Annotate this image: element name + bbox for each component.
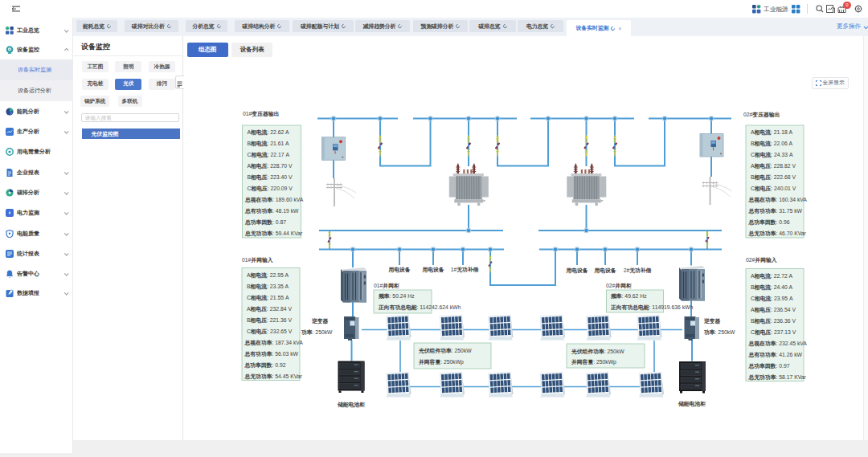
svg-text:C相电流: 21.55 A: C相电流: 21.55 A [247, 295, 289, 301]
svg-text:用电设备: 用电设备 [565, 267, 588, 274]
svg-text:A相电压: 228.82 V: A相电压: 228.82 V [751, 163, 796, 169]
svg-text:总无功功率: 58.17 KVar: 总无功功率: 58.17 KVar [748, 374, 807, 381]
svg-text:总有功功率: 31.75 kW: 总有功功率: 31.75 kW [748, 208, 803, 214]
svg-text:总视在功率: 187.34 kVA: 总视在功率: 187.34 kVA [244, 340, 304, 346]
svg-text:02#并网输入: 02#并网输入 [746, 257, 777, 263]
svg-text:总有功功率: 48.19 kW: 总有功功率: 48.19 kW [244, 208, 299, 214]
svg-text:总无功功率: 54.45 KVar: 总无功功率: 54.45 KVar [244, 373, 303, 380]
svg-text:并网容量: 250kWp: 并网容量: 250kWp [418, 359, 464, 365]
svg-text:A相电压: 232.84 V: A相电压: 232.84 V [247, 306, 292, 312]
svg-text:B相电流: 23.35 A: B相电流: 23.35 A [247, 284, 289, 290]
svg-text:A相电流: 22.62 A: A相电流: 22.62 A [248, 129, 290, 136]
svg-text:A相电压: 236.54 V: A相电压: 236.54 V [751, 307, 796, 313]
svg-text:总功率因数: 0.87: 总功率因数: 0.87 [244, 219, 286, 226]
svg-text:频率: 50.24 Hz: 频率: 50.24 Hz [379, 293, 415, 300]
svg-text:B相电流: 21.61 A: B相电流: 21.61 A [248, 141, 290, 147]
svg-text:1#无功补偿: 1#无功补偿 [451, 266, 479, 273]
svg-text:2#无功补偿: 2#无功补偿 [624, 267, 652, 274]
svg-text:B相电流: 24.40 A: B相电流: 24.40 A [751, 284, 793, 291]
svg-text:B相电压: 223.40 V: B相电压: 223.40 V [248, 174, 293, 181]
svg-text:C相电压: 240.01 V: C相电压: 240.01 V [751, 186, 796, 192]
svg-text:C相电流: 24.33 A: C相电流: 24.33 A [751, 152, 793, 158]
svg-text:光伏组件功率: 250kW: 光伏组件功率: 250kW [418, 348, 472, 354]
svg-text:正向有功总电能: 114919.636 kWh: 正向有功总电能: 114919.636 kWh [610, 304, 693, 311]
svg-text:光伏组件功率: 250kW: 光伏组件功率: 250kW [571, 349, 624, 355]
svg-text:并网容量: 250kWp: 并网容量: 250kWp [571, 359, 616, 365]
svg-text:C相电压: 237.13 V: C相电压: 237.13 V [751, 329, 796, 336]
svg-text:总视在功率: 232.45 kVA: 总视在功率: 232.45 kVA [748, 341, 808, 347]
svg-text:功率: 250kW: 功率: 250kW [301, 329, 333, 336]
svg-text:C相电流: 22.17 A: C相电流: 22.17 A [248, 152, 290, 158]
svg-text:逆变器: 逆变器 [703, 318, 721, 324]
svg-text:总无功功率: 59.44 KVar: 总无功功率: 59.44 KVar [244, 231, 303, 237]
svg-text:B相电压: 221.36 V: B相电压: 221.36 V [247, 317, 292, 324]
svg-text:A相电压: 228.70 V: A相电压: 228.70 V [248, 163, 293, 169]
svg-text:A相电流: 21.18 A: A相电流: 21.18 A [751, 129, 793, 136]
svg-text:总有功功率: 41.26 kW: 总有功功率: 41.26 kW [748, 352, 803, 358]
svg-text:总功率因数: 0.92: 总功率因数: 0.92 [244, 362, 286, 369]
svg-text:02#并网柜: 02#并网柜 [606, 283, 632, 289]
svg-text:B相电压: 222.68 V: B相电压: 222.68 V [751, 174, 796, 181]
svg-text:正向有功总电能: 114242.624 kWh: 正向有功总电能: 114242.624 kWh [378, 304, 461, 311]
svg-text:01#并网输入: 01#并网输入 [242, 257, 273, 263]
svg-text:总有功功率: 56.03 kW: 总有功功率: 56.03 kW [244, 351, 299, 357]
svg-text:C相电压: 232.65 V: C相电压: 232.65 V [247, 328, 293, 335]
svg-text:储能电池柜: 储能电池柜 [678, 401, 706, 407]
svg-text:功率: 250kW: 功率: 250kW [703, 329, 735, 336]
svg-text:总功率因数: 0.97: 总功率因数: 0.97 [748, 363, 790, 369]
svg-text:总视在功率: 160.34 kVA: 总视在功率: 160.34 kVA [748, 197, 808, 203]
svg-text:A相电流: 22.95 A: A相电流: 22.95 A [247, 272, 289, 279]
svg-text:逆变器: 逆变器 [311, 318, 329, 324]
svg-text:总无功功率: 46.70 KVar: 总无功功率: 46.70 KVar [748, 231, 807, 237]
svg-text:总功率因数: 0.96: 总功率因数: 0.96 [748, 219, 790, 226]
svg-text:01#变压器输出: 01#变压器输出 [243, 111, 279, 117]
svg-text:B相电流: 22.06 A: B相电流: 22.06 A [751, 141, 793, 147]
svg-text:用电设备: 用电设备 [421, 267, 444, 273]
svg-text:频率: 49.62 Hz: 频率: 49.62 Hz [611, 293, 647, 300]
svg-text:用电设备: 用电设备 [593, 267, 616, 274]
svg-text:储能电池柜: 储能电池柜 [337, 402, 365, 408]
svg-text:C相电流: 23.95 A: C相电流: 23.95 A [751, 296, 793, 302]
svg-text:用电设备: 用电设备 [387, 267, 410, 273]
svg-text:A相电流: 22.72 A: A相电流: 22.72 A [751, 273, 793, 280]
svg-text:B相电压: 236.36 V: B相电压: 236.36 V [751, 318, 796, 324]
svg-text:C相电压: 220.09 V: C相电压: 220.09 V [248, 186, 293, 192]
svg-text:总视在功率: 189.60 kVA: 总视在功率: 189.60 kVA [244, 197, 304, 203]
svg-text:01#并网柜: 01#并网柜 [374, 283, 399, 289]
svg-text:02#变压器输出: 02#变压器输出 [743, 112, 780, 118]
